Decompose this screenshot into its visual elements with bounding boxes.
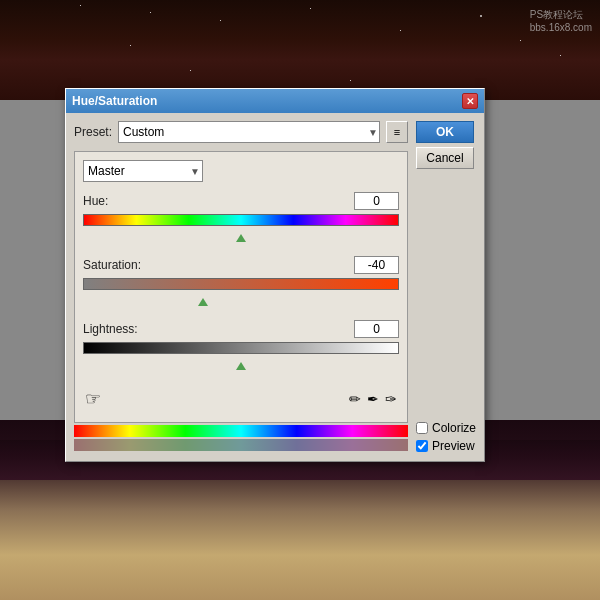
hue-saturation-dialog: Hue/Saturation ✕ Preset: Custom ▼ ≡ xyxy=(65,88,485,462)
close-button[interactable]: ✕ xyxy=(462,93,478,109)
lightness-thumb-container xyxy=(83,362,399,370)
adjustments-panel: Master ▼ Hue: xyxy=(74,151,408,423)
hue-thumb[interactable] xyxy=(236,234,246,242)
dialog-title: Hue/Saturation xyxy=(72,94,157,108)
hue-header: Hue: xyxy=(83,192,399,210)
preset-row: Preset: Custom ▼ ≡ xyxy=(74,121,408,143)
preset-options-button[interactable]: ≡ xyxy=(386,121,408,143)
eyedropper-subtract-button[interactable]: ✑ xyxy=(385,391,397,407)
lightness-track xyxy=(83,342,399,354)
hue-thumb-container xyxy=(83,234,399,242)
preset-select[interactable]: Custom xyxy=(118,121,380,143)
preview-label[interactable]: Preview xyxy=(416,439,476,453)
colorize-label[interactable]: Colorize xyxy=(416,421,476,435)
dialog-titlebar: Hue/Saturation ✕ xyxy=(66,89,484,113)
saturation-thumb[interactable] xyxy=(198,298,208,306)
hue-label: Hue: xyxy=(83,194,108,208)
saturation-value-input[interactable] xyxy=(354,256,399,274)
preview-checkbox[interactable] xyxy=(416,440,428,452)
ok-button[interactable]: OK xyxy=(416,121,474,143)
preset-label: Preset: xyxy=(74,125,112,139)
saturation-label: Saturation: xyxy=(83,258,141,272)
hand-tool-icon[interactable]: ☞ xyxy=(85,388,101,410)
cancel-button[interactable]: Cancel xyxy=(416,147,474,169)
lightness-label: Lightness: xyxy=(83,322,138,336)
lightness-track-container xyxy=(83,342,399,362)
saturation-track-container xyxy=(83,278,399,298)
eyedropper-button[interactable]: ✏ xyxy=(349,391,361,407)
channel-row: Master ▼ xyxy=(83,160,399,182)
dialog-body: Preset: Custom ▼ ≡ Master ▼ xyxy=(66,113,484,461)
channel-select[interactable]: Master xyxy=(83,160,203,182)
saturation-slider-row: Saturation: xyxy=(83,256,399,306)
background-top xyxy=(0,0,600,100)
saturation-header: Saturation: xyxy=(83,256,399,274)
watermark: PS教程论坛 bbs.16x8.com xyxy=(530,8,592,34)
hue-track xyxy=(83,214,399,226)
hue-adjusted-bar xyxy=(74,439,408,451)
hue-value-input[interactable] xyxy=(354,192,399,210)
hue-track-container xyxy=(83,214,399,234)
lightness-value-input[interactable] xyxy=(354,320,399,338)
eyedropper-group: ✏ ✒ ✑ xyxy=(349,391,397,407)
color-bars xyxy=(74,425,408,451)
preset-select-wrapper: Custom ▼ xyxy=(118,121,380,143)
dialog-main: Preset: Custom ▼ ≡ Master ▼ xyxy=(74,121,408,453)
lightness-slider-row: Lightness: xyxy=(83,320,399,370)
tool-row: ☞ ✏ ✒ ✑ xyxy=(83,384,399,414)
colorize-checkbox[interactable] xyxy=(416,422,428,434)
hue-reference-bar xyxy=(74,425,408,437)
lightness-thumb[interactable] xyxy=(236,362,246,370)
saturation-thumb-container xyxy=(83,298,399,306)
lightness-header: Lightness: xyxy=(83,320,399,338)
saturation-track xyxy=(83,278,399,290)
eyedropper-add-button[interactable]: ✒ xyxy=(367,391,379,407)
channel-select-wrapper: Master ▼ xyxy=(83,160,203,182)
hue-slider-row: Hue: xyxy=(83,192,399,242)
dialog-buttons: OK Cancel Colorize Preview xyxy=(416,121,476,453)
